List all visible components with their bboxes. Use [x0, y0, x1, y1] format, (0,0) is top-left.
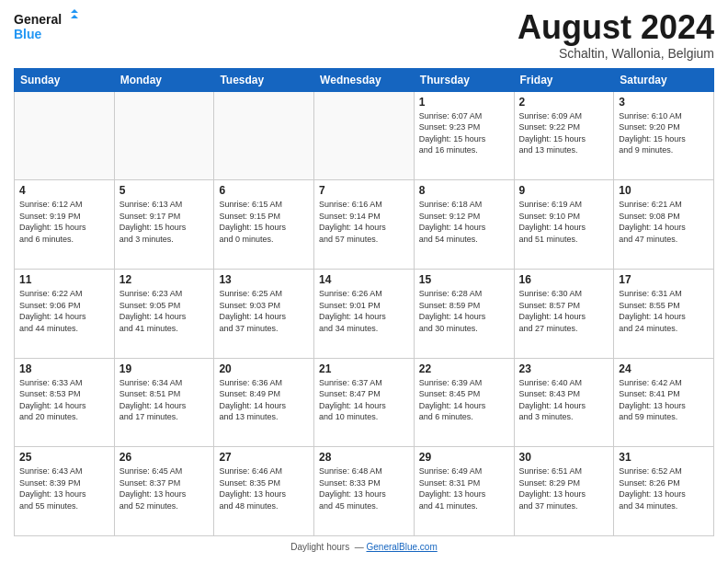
svg-text:Blue: Blue [14, 27, 42, 41]
calendar-cell: 12Sunrise: 6:23 AM Sunset: 9:05 PM Dayli… [114, 269, 214, 358]
subtitle: Schaltin, Wallonia, Belgium [518, 46, 714, 61]
day-info: Sunrise: 6:15 AM Sunset: 9:15 PM Dayligh… [219, 199, 309, 245]
calendar-cell: 19Sunrise: 6:34 AM Sunset: 8:51 PM Dayli… [114, 358, 214, 447]
day-number: 4 [19, 184, 109, 197]
day-number: 12 [119, 273, 210, 286]
day-info: Sunrise: 6:13 AM Sunset: 9:17 PM Dayligh… [119, 199, 210, 245]
day-info: Sunrise: 6:26 AM Sunset: 9:01 PM Dayligh… [319, 288, 409, 334]
day-number: 21 [319, 362, 409, 375]
calendar-cell: 3Sunrise: 6:10 AM Sunset: 9:20 PM Daylig… [614, 91, 714, 180]
day-number: 31 [619, 451, 709, 464]
calendar-cell: 26Sunrise: 6:45 AM Sunset: 8:37 PM Dayli… [114, 447, 214, 536]
col-header-sunday: Sunday [15, 68, 115, 91]
day-number: 26 [119, 451, 210, 464]
day-number: 6 [219, 184, 309, 197]
day-number: 15 [419, 273, 509, 286]
calendar-cell: 21Sunrise: 6:37 AM Sunset: 8:47 PM Dayli… [314, 358, 415, 447]
day-number: 2 [519, 96, 609, 109]
day-info: Sunrise: 6:49 AM Sunset: 8:31 PM Dayligh… [419, 465, 509, 511]
day-number: 3 [619, 96, 709, 109]
day-number: 11 [19, 273, 109, 286]
day-info: Sunrise: 6:37 AM Sunset: 8:47 PM Dayligh… [319, 377, 409, 423]
day-number: 5 [119, 184, 210, 197]
svg-marker-3 [71, 15, 78, 18]
footer: Daylight hours — GeneralBlue.com [14, 540, 714, 554]
calendar-cell: 11Sunrise: 6:22 AM Sunset: 9:06 PM Dayli… [15, 269, 115, 358]
calendar-cell: 22Sunrise: 6:39 AM Sunset: 8:45 PM Dayli… [414, 358, 514, 447]
day-info: Sunrise: 6:09 AM Sunset: 9:22 PM Dayligh… [519, 110, 609, 156]
col-header-tuesday: Tuesday [214, 68, 314, 91]
day-number: 13 [219, 273, 309, 286]
day-info: Sunrise: 6:10 AM Sunset: 9:20 PM Dayligh… [619, 110, 709, 156]
calendar-cell: 23Sunrise: 6:40 AM Sunset: 8:43 PM Dayli… [514, 358, 614, 447]
calendar-cell: 13Sunrise: 6:25 AM Sunset: 9:03 PM Dayli… [214, 269, 314, 358]
header: General Blue August 2024 Schaltin, Wallo… [14, 9, 714, 61]
day-number: 22 [419, 362, 509, 375]
title-block: August 2024 Schaltin, Wallonia, Belgium [518, 9, 714, 61]
day-info: Sunrise: 6:22 AM Sunset: 9:06 PM Dayligh… [19, 288, 109, 334]
calendar-cell [114, 91, 214, 180]
day-number: 9 [519, 184, 609, 197]
day-number: 7 [319, 184, 409, 197]
day-info: Sunrise: 6:21 AM Sunset: 9:08 PM Dayligh… [619, 199, 709, 245]
footer-link[interactable]: GeneralBlue.com [367, 542, 438, 552]
day-number: 17 [619, 273, 709, 286]
logo-svg: General Blue [14, 9, 78, 44]
calendar-cell: 8Sunrise: 6:18 AM Sunset: 9:12 PM Daylig… [414, 180, 514, 270]
day-info: Sunrise: 6:42 AM Sunset: 8:41 PM Dayligh… [619, 377, 709, 423]
calendar-cell: 16Sunrise: 6:30 AM Sunset: 8:57 PM Dayli… [514, 269, 614, 358]
day-number: 28 [319, 451, 409, 464]
col-header-wednesday: Wednesday [314, 68, 415, 91]
day-number: 24 [619, 362, 709, 375]
svg-text:General: General [14, 12, 62, 27]
day-info: Sunrise: 6:46 AM Sunset: 8:35 PM Dayligh… [219, 465, 309, 511]
day-info: Sunrise: 6:25 AM Sunset: 9:03 PM Dayligh… [219, 288, 309, 334]
calendar-cell: 7Sunrise: 6:16 AM Sunset: 9:14 PM Daylig… [314, 180, 415, 270]
day-info: Sunrise: 6:34 AM Sunset: 8:51 PM Dayligh… [119, 377, 210, 423]
calendar-cell [314, 91, 415, 180]
day-number: 25 [19, 451, 109, 464]
calendar-cell: 5Sunrise: 6:13 AM Sunset: 9:17 PM Daylig… [114, 180, 214, 270]
day-info: Sunrise: 6:12 AM Sunset: 9:19 PM Dayligh… [19, 199, 109, 245]
day-number: 18 [19, 362, 109, 375]
day-number: 30 [519, 451, 609, 464]
day-info: Sunrise: 6:45 AM Sunset: 8:37 PM Dayligh… [119, 465, 210, 511]
day-info: Sunrise: 6:52 AM Sunset: 8:26 PM Dayligh… [619, 465, 709, 511]
calendar-cell: 25Sunrise: 6:43 AM Sunset: 8:39 PM Dayli… [15, 447, 115, 536]
col-header-thursday: Thursday [414, 68, 514, 91]
calendar-cell: 20Sunrise: 6:36 AM Sunset: 8:49 PM Dayli… [214, 358, 314, 447]
day-info: Sunrise: 6:16 AM Sunset: 9:14 PM Dayligh… [319, 199, 409, 245]
calendar-table: SundayMondayTuesdayWednesdayThursdayFrid… [14, 68, 714, 536]
day-number: 23 [519, 362, 609, 375]
calendar-cell: 15Sunrise: 6:28 AM Sunset: 8:59 PM Dayli… [414, 269, 514, 358]
day-info: Sunrise: 6:51 AM Sunset: 8:29 PM Dayligh… [519, 465, 609, 511]
calendar-cell: 9Sunrise: 6:19 AM Sunset: 9:10 PM Daylig… [514, 180, 614, 270]
day-info: Sunrise: 6:23 AM Sunset: 9:05 PM Dayligh… [119, 288, 210, 334]
col-header-friday: Friday [514, 68, 614, 91]
calendar-cell [214, 91, 314, 180]
day-number: 29 [419, 451, 509, 464]
day-number: 1 [419, 96, 509, 109]
day-number: 27 [219, 451, 309, 464]
calendar-cell: 10Sunrise: 6:21 AM Sunset: 9:08 PM Dayli… [614, 180, 714, 270]
day-info: Sunrise: 6:33 AM Sunset: 8:53 PM Dayligh… [19, 377, 109, 423]
calendar-cell: 14Sunrise: 6:26 AM Sunset: 9:01 PM Dayli… [314, 269, 415, 358]
calendar-cell: 28Sunrise: 6:48 AM Sunset: 8:33 PM Dayli… [314, 447, 415, 536]
day-number: 20 [219, 362, 309, 375]
logo: General Blue [14, 9, 78, 44]
day-number: 16 [519, 273, 609, 286]
calendar-cell: 6Sunrise: 6:15 AM Sunset: 9:15 PM Daylig… [214, 180, 314, 270]
day-number: 14 [319, 273, 409, 286]
day-info: Sunrise: 6:48 AM Sunset: 8:33 PM Dayligh… [319, 465, 409, 511]
day-info: Sunrise: 6:28 AM Sunset: 8:59 PM Dayligh… [419, 288, 509, 334]
col-header-monday: Monday [114, 68, 214, 91]
calendar-cell: 4Sunrise: 6:12 AM Sunset: 9:19 PM Daylig… [15, 180, 115, 270]
month-title: August 2024 [518, 9, 714, 46]
footer-text: Daylight hours [290, 542, 349, 552]
calendar-cell: 1Sunrise: 6:07 AM Sunset: 9:23 PM Daylig… [414, 91, 514, 180]
day-info: Sunrise: 6:19 AM Sunset: 9:10 PM Dayligh… [519, 199, 609, 245]
calendar-cell: 27Sunrise: 6:46 AM Sunset: 8:35 PM Dayli… [214, 447, 314, 536]
day-info: Sunrise: 6:31 AM Sunset: 8:55 PM Dayligh… [619, 288, 709, 334]
day-info: Sunrise: 6:39 AM Sunset: 8:45 PM Dayligh… [419, 377, 509, 423]
day-number: 8 [419, 184, 509, 197]
